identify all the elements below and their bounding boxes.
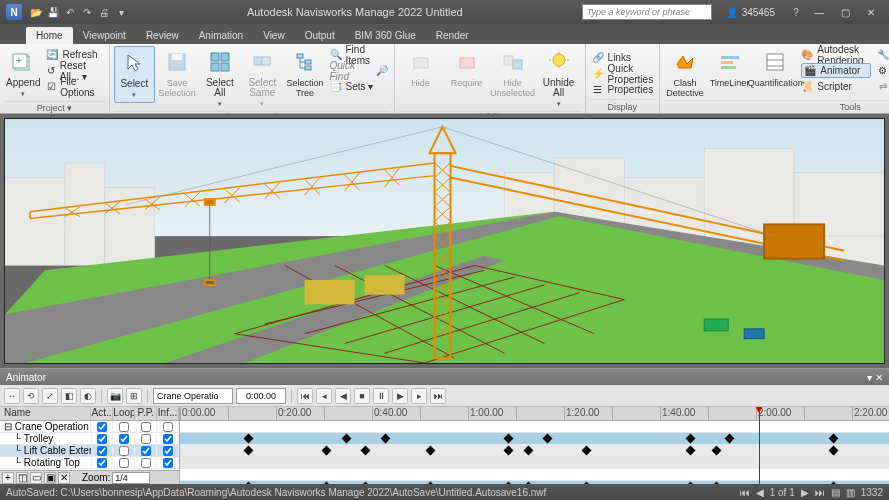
app-icon[interactable]: N	[6, 4, 22, 20]
track-inf[interactable]	[157, 434, 179, 444]
tab-render[interactable]: Render	[426, 27, 479, 44]
keyframe[interactable]	[582, 482, 592, 484]
animator-close-icon[interactable]: ▾ ✕	[867, 372, 883, 383]
scene-name-input[interactable]	[153, 388, 233, 404]
keyframe[interactable]	[426, 482, 436, 484]
keyframe[interactable]	[244, 434, 254, 444]
save-selection-button[interactable]: Save Selection	[157, 46, 198, 100]
timeline-row[interactable]	[180, 469, 889, 481]
capture-keyframe-icon[interactable]: 📷	[107, 388, 123, 404]
pause-icon[interactable]: ⏸	[373, 388, 389, 404]
keyframe[interactable]	[829, 482, 839, 484]
track-inf[interactable]	[157, 446, 179, 456]
timeline-row[interactable]	[180, 433, 889, 445]
keyframe[interactable]	[380, 434, 390, 444]
keyframe[interactable]	[712, 482, 722, 484]
keyframe[interactable]	[426, 446, 436, 456]
color-icon[interactable]: ◧	[61, 388, 77, 404]
track-row[interactable]: └ Trolley	[0, 433, 179, 445]
rotate-icon[interactable]: ⟲	[23, 388, 39, 404]
track-loop[interactable]	[113, 422, 135, 432]
keyframe[interactable]	[725, 434, 735, 444]
maximize-button[interactable]: ▢	[833, 5, 857, 19]
add-folder-icon[interactable]: ▣	[44, 472, 56, 484]
track-pp[interactable]	[135, 422, 157, 432]
hide-unselected-button[interactable]: Hide Unselected	[491, 46, 535, 100]
timeline-row[interactable]	[180, 421, 889, 433]
keyframe[interactable]	[341, 434, 351, 444]
hide-button[interactable]: Hide	[399, 46, 443, 90]
viewport-3d[interactable]	[0, 114, 889, 368]
keyframe[interactable]	[322, 446, 332, 456]
animator-button[interactable]: 🎬Animator	[801, 63, 870, 78]
keyframe[interactable]	[244, 482, 254, 484]
keyframe[interactable]	[582, 446, 592, 456]
tab-review[interactable]: Review	[136, 27, 189, 44]
batch-utility-button[interactable]: ⚙Batch Utility	[877, 63, 889, 78]
playhead[interactable]	[759, 407, 760, 484]
translate-icon[interactable]: ↔	[4, 388, 20, 404]
track-active[interactable]	[91, 422, 113, 432]
keyframe[interactable]	[686, 434, 696, 444]
track-inf[interactable]	[157, 458, 179, 468]
keyframe[interactable]	[523, 446, 533, 456]
keyframe[interactable]	[712, 446, 722, 456]
delete-icon[interactable]: ✕	[58, 472, 70, 484]
quick-properties-button[interactable]: ⚡Quick Properties	[592, 66, 654, 81]
play-icon[interactable]: ▶	[392, 388, 408, 404]
stop-icon[interactable]: ■	[354, 388, 370, 404]
select-all-button[interactable]: Select All▾	[200, 46, 240, 111]
forward-end-icon[interactable]: ⏭	[430, 388, 446, 404]
user-badge[interactable]: 👤 345465	[726, 7, 775, 18]
qat-save-icon[interactable]: 💾	[46, 5, 60, 19]
sheet-nav-next-icon[interactable]: ▶	[801, 487, 809, 498]
tab-bim-360-glue[interactable]: BIM 360 Glue	[345, 27, 426, 44]
track-loop[interactable]	[113, 458, 135, 468]
properties-button[interactable]: ☰Properties	[592, 82, 654, 97]
help-icon[interactable]: ?	[789, 5, 803, 19]
keyframe[interactable]	[504, 434, 514, 444]
scripter-button[interactable]: 📜Scripter	[801, 79, 870, 94]
tab-output[interactable]: Output	[295, 27, 345, 44]
keyframe[interactable]	[361, 482, 371, 484]
scale-icon[interactable]: ⤢	[42, 388, 58, 404]
sheet-nav-last-icon[interactable]: ⏭	[815, 487, 825, 498]
close-button[interactable]: ✕	[859, 5, 883, 19]
keyframe[interactable]	[322, 482, 332, 484]
toggle-snap-icon[interactable]: ⊞	[126, 388, 142, 404]
track-row[interactable]: └ Lift Cable Extension	[0, 445, 179, 457]
animator-header[interactable]: Animator ▾ ✕	[0, 369, 889, 385]
quick-find-input[interactable]: Quick Find🔎	[330, 63, 388, 78]
quantification-button[interactable]: Quantification	[753, 46, 797, 90]
track-active[interactable]	[92, 458, 114, 468]
help-search-input[interactable]: Type a keyword or phrase	[582, 4, 712, 20]
append-button[interactable]: + Append▾	[4, 46, 42, 101]
selection-tree-button[interactable]: Selection Tree	[284, 46, 325, 100]
select-same-button[interactable]: Select Same▾	[242, 46, 282, 111]
tab-animation[interactable]: Animation	[189, 27, 253, 44]
time-input[interactable]	[236, 388, 286, 404]
minimize-button[interactable]: —	[807, 5, 831, 19]
keyframe[interactable]	[244, 446, 254, 456]
timeliner-button[interactable]: TimeLiner	[708, 46, 752, 90]
track-active[interactable]	[92, 434, 114, 444]
add-camera-icon[interactable]: ◫	[16, 472, 28, 484]
keyframe[interactable]	[543, 434, 553, 444]
track-pp[interactable]	[135, 446, 157, 456]
zoom-input[interactable]	[112, 472, 150, 484]
file-options-button[interactable]: ☑File Options	[46, 79, 103, 94]
timeline-row[interactable]	[180, 445, 889, 457]
appearance-profiler-button[interactable]: 🔧Appearance Profiler	[877, 47, 889, 62]
clash-detective-button[interactable]: Clash Detective	[664, 46, 706, 100]
keyframe[interactable]	[523, 482, 533, 484]
tab-viewpoint[interactable]: Viewpoint	[73, 27, 136, 44]
sets-button[interactable]: 📑Sets ▾	[330, 79, 388, 94]
step-forward-icon[interactable]: ▸	[411, 388, 427, 404]
tab-view[interactable]: View	[253, 27, 295, 44]
step-back-icon[interactable]: ◂	[316, 388, 332, 404]
track-inf[interactable]	[157, 422, 179, 432]
qat-dropdown-icon[interactable]: ▾	[114, 5, 128, 19]
tab-home[interactable]: Home	[26, 27, 73, 44]
autodesk-rendering-button[interactable]: 🎨Autodesk Rendering	[801, 47, 870, 62]
keyframe[interactable]	[829, 446, 839, 456]
